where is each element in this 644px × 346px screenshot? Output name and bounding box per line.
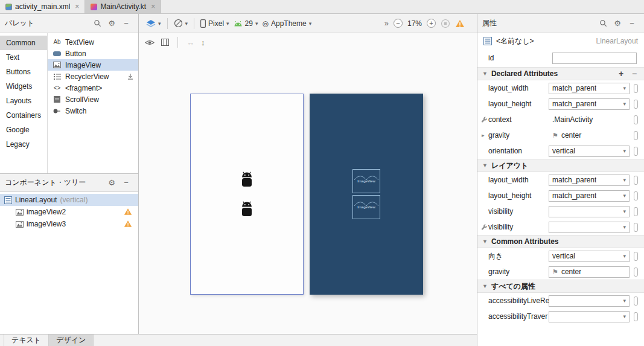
search-icon[interactable] <box>90 19 104 27</box>
theme-selector[interactable]: ◎ AppTheme ▾ <box>263 19 312 28</box>
tree-item-suffix: (vertical) <box>60 196 88 204</box>
layout-height-dropdown[interactable]: match_parent ▾ <box>549 190 630 202</box>
orientation-dropdown[interactable]: vertical ▾ <box>549 146 630 157</box>
close-icon[interactable]: × <box>151 2 155 11</box>
layout-width-dropdown[interactable]: match_parent ▾ <box>549 83 630 94</box>
warning-icon[interactable] <box>124 220 132 228</box>
remove-attribute-button[interactable]: − <box>630 69 639 78</box>
attr-row-layout-width: layout_width match_parent ▾ <box>477 80 644 96</box>
orientation-button[interactable]: ▾ <box>174 19 188 28</box>
zoom-out-button[interactable]: − <box>394 19 403 28</box>
section-common-attributes[interactable]: ▼ Common Attributes <box>477 235 644 248</box>
tree-item-imageview3[interactable]: imageView3 <box>0 218 138 230</box>
zoom-in-button[interactable]: + <box>427 19 436 28</box>
pick-resource-button[interactable] <box>634 312 638 321</box>
hide-panel-icon[interactable]: − <box>119 19 133 28</box>
pick-resource-button[interactable] <box>634 223 638 232</box>
surface-mode-button[interactable]: ▾ <box>146 19 161 28</box>
hide-panel-icon[interactable]: − <box>625 19 639 28</box>
swap-width-icon[interactable]: ↔ <box>187 38 194 47</box>
section-layout[interactable]: ▼ レイアウト <box>477 159 644 172</box>
accessibility-live-region-dropdown[interactable]: ▾ <box>549 295 630 307</box>
selected-component-row[interactable]: <名前なし> LinearLayout <box>477 33 644 49</box>
pick-resource-button[interactable] <box>634 115 638 124</box>
pick-resource-button[interactable] <box>634 131 638 140</box>
pick-resource-button[interactable] <box>634 207 638 216</box>
palette-item-label: <fragment> <box>65 84 102 92</box>
swap-height-icon[interactable]: ↕ <box>201 38 205 47</box>
view-options-eye-icon[interactable] <box>145 39 155 46</box>
gravity-value[interactable]: ⚑center <box>549 131 581 139</box>
palette-category-layouts[interactable]: Layouts <box>0 94 47 108</box>
wrench-icon <box>481 117 488 123</box>
tab-text-mode[interactable]: テキスト <box>4 335 49 346</box>
zoom-fit-button[interactable] <box>441 19 450 28</box>
palette-category-buttons[interactable]: Buttons <box>0 65 47 79</box>
search-icon[interactable] <box>596 19 610 27</box>
id-input[interactable] <box>552 53 637 64</box>
palette-item-fragment[interactable]: <> <fragment> <box>48 82 138 94</box>
palette-category-containers[interactable]: Containers <box>0 108 47 123</box>
tree-item-imageview2[interactable]: imageView2 <box>0 206 138 218</box>
section-all-attributes[interactable]: ▼ すべての属性 <box>477 280 644 293</box>
warning-icon[interactable] <box>124 208 132 216</box>
pick-resource-button[interactable] <box>634 296 638 306</box>
context-value[interactable]: .MainActivity <box>549 115 593 124</box>
palette-category-google[interactable]: Google <box>0 123 47 137</box>
tab-activity-main-xml[interactable]: activity_main.xml × <box>0 0 85 13</box>
blueprint-imageview3[interactable]: ImageView <box>352 195 380 219</box>
pick-resource-button[interactable] <box>634 176 638 185</box>
gear-icon[interactable]: ⚙ <box>104 19 119 28</box>
palette-category-widgets[interactable]: Widgets <box>0 79 47 94</box>
overflow-chevron-icon[interactable]: » <box>384 19 389 28</box>
palette-item-scrollview[interactable]: ScrollView <box>48 94 138 105</box>
blueprint-view-preview[interactable]: ImageView ImageView <box>310 94 423 295</box>
palette-item-button[interactable]: Button <box>48 48 138 59</box>
close-icon[interactable]: × <box>75 2 79 11</box>
expander-icon[interactable]: ▸ <box>482 132 485 138</box>
warning-indicator-icon[interactable] <box>455 19 465 28</box>
gear-icon[interactable]: ⚙ <box>610 19 625 28</box>
palette-category-text[interactable]: Text <box>0 50 47 65</box>
tools-visibility-dropdown[interactable]: ▾ <box>549 222 630 233</box>
pick-resource-button[interactable] <box>634 84 638 93</box>
id-row: id <box>477 49 644 67</box>
download-icon[interactable] <box>127 74 133 80</box>
pick-resource-button[interactable] <box>634 252 638 261</box>
pick-resource-button[interactable] <box>634 268 638 277</box>
attr-value: center <box>561 268 581 276</box>
layout-height-dropdown[interactable]: match_parent ▾ <box>549 98 630 110</box>
android-icon <box>234 21 243 27</box>
pick-resource-button[interactable] <box>634 191 638 200</box>
section-declared-attributes[interactable]: ▼ Declared Attributes + − <box>477 67 644 80</box>
palette-item-recyclerview[interactable]: RecyclerView <box>48 71 138 82</box>
design-surface[interactable]: ↔ ↕ ImageView ImageView <box>139 33 477 334</box>
tab-mainactivity-kt[interactable]: MainActivity.kt × <box>85 0 161 13</box>
device-selector[interactable]: Pixel ▾ <box>200 19 229 28</box>
tree-item-linearlayout[interactable]: LinearLayout (vertical) <box>0 194 138 206</box>
api-selector[interactable]: 29 ▾ <box>234 19 258 28</box>
blueprint-imageview2[interactable]: ImageView <box>352 169 380 193</box>
tab-design-mode[interactable]: デザイン <box>49 335 94 346</box>
add-attribute-button[interactable]: + <box>616 69 626 78</box>
api-label: 29 <box>245 19 253 28</box>
accessibility-traversal-dropdown[interactable]: ▾ <box>549 311 630 322</box>
palette-category-legacy[interactable]: Legacy <box>0 137 47 152</box>
layout-variants-icon[interactable] <box>161 39 169 46</box>
palette-item-switch[interactable]: Switch <box>48 105 138 117</box>
palette-item-imageview[interactable]: ImageView <box>48 59 138 71</box>
orientation-dropdown[interactable]: vertical ▾ <box>549 251 630 262</box>
design-view-preview[interactable] <box>190 94 304 295</box>
chevron-down-icon: ▾ <box>158 21 161 27</box>
hide-panel-icon[interactable]: − <box>119 178 133 187</box>
pick-resource-button[interactable] <box>634 100 638 109</box>
component-tree-title: コンポーネント・ツリー <box>5 178 104 188</box>
palette-category-common[interactable]: Common <box>0 36 47 50</box>
pick-resource-button[interactable] <box>634 147 638 156</box>
palette-item-textview[interactable]: Ab TextView <box>48 36 138 48</box>
gravity-field[interactable]: ⚑ center <box>549 266 630 278</box>
layout-width-dropdown[interactable]: match_parent ▾ <box>549 175 630 186</box>
palette-item-label: RecyclerView <box>65 72 109 81</box>
visibility-dropdown[interactable]: ▾ <box>549 206 630 217</box>
gear-icon[interactable]: ⚙ <box>104 178 119 187</box>
